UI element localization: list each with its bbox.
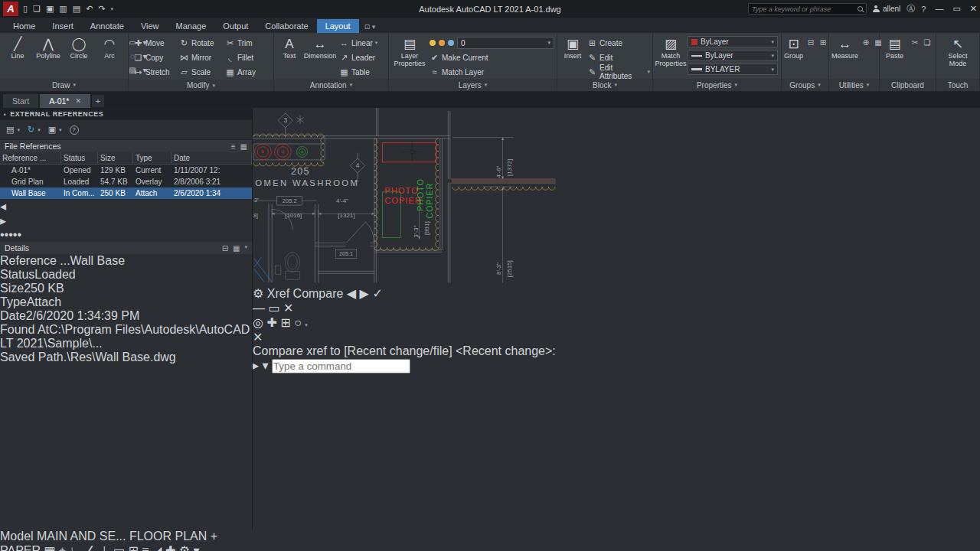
- tab-collaborate[interactable]: Collaborate: [256, 19, 316, 33]
- path-dropdown-icon[interactable]: ▾: [59, 127, 62, 133]
- palette-menu-icon[interactable]: ▪: [4, 111, 6, 118]
- polar-tracking-icon[interactable]: ∠: [85, 544, 96, 551]
- refresh-icon[interactable]: ↻: [28, 125, 34, 135]
- search-input[interactable]: [752, 5, 854, 13]
- panel-label-annotation[interactable]: Annotation▾: [274, 79, 388, 91]
- open-file-icon[interactable]: ❏: [33, 4, 41, 14]
- arc-button[interactable]: ◠Arc: [94, 34, 125, 79]
- line-button[interactable]: ╱Line: [2, 34, 33, 79]
- compare-settings-icon[interactable]: ⚙: [253, 287, 263, 300]
- full-nav-wheel-icon[interactable]: ◎: [253, 316, 263, 329]
- annotation-scale-icon[interactable]: ✚: [165, 544, 175, 551]
- move-button[interactable]: ✚Move: [131, 36, 177, 51]
- tab-view[interactable]: View: [132, 19, 168, 33]
- insert-button[interactable]: ▣Insert: [560, 34, 586, 79]
- search-box[interactable]: [748, 3, 867, 15]
- panel-label-touch[interactable]: Touch: [936, 79, 979, 91]
- layer-properties-button[interactable]: ▤Layer Properties: [391, 34, 428, 79]
- search-icon[interactable]: [858, 6, 863, 11]
- select-mode-button[interactable]: ↖Select Mode: [942, 34, 973, 79]
- layer-on-icon[interactable]: [430, 40, 436, 46]
- viewport-close-icon[interactable]: ✕: [283, 302, 293, 315]
- file-tab-drawing[interactable]: A-01*✕: [40, 94, 90, 108]
- array-button[interactable]: ▦Array: [223, 65, 269, 80]
- edit-attributes-button[interactable]: ✎Edit Attributes▾: [587, 65, 650, 79]
- workspace-settings-icon[interactable]: ⚙: [179, 544, 190, 551]
- finish-compare-icon[interactable]: ✓: [372, 287, 382, 300]
- tab-layout[interactable]: Layout: [317, 19, 359, 33]
- lineweight-display-icon[interactable]: ▭: [113, 544, 125, 551]
- fillet-button[interactable]: ◟Fillet: [223, 51, 269, 65]
- drawing-viewport[interactable]: 3 4 205 OMEN WASHROOM 205.2 205.1 4'-4" …: [253, 108, 556, 530]
- maximize-icon[interactable]: ▭: [952, 4, 960, 14]
- object-snap-icon[interactable]: ⊥: [99, 544, 109, 551]
- preview-icon[interactable]: ▦: [233, 244, 240, 253]
- command-input-row[interactable]: ▸ ▾: [253, 358, 556, 373]
- help-icon[interactable]: ?: [921, 5, 926, 14]
- paper-space-toggle[interactable]: PAPER: [0, 544, 41, 551]
- save-icon[interactable]: ▣: [46, 4, 54, 14]
- ungroup-icon[interactable]: ⊟: [805, 37, 817, 51]
- rotate-button[interactable]: ↻Rotate: [177, 36, 223, 51]
- leader-button[interactable]: ↗Leader: [339, 51, 377, 64]
- close-tab-icon[interactable]: ✕: [75, 97, 81, 105]
- change-path-icon[interactable]: ▣: [48, 125, 56, 135]
- dynamic-input-icon[interactable]: ◢: [152, 544, 162, 551]
- scroll-right-icon[interactable]: ▸: [0, 214, 6, 227]
- customize-status-icon[interactable]: ▾: [194, 544, 200, 551]
- transparency-icon[interactable]: ≡: [142, 544, 149, 551]
- tab-manage[interactable]: Manage: [168, 19, 215, 33]
- id-point-icon[interactable]: ⊕: [860, 37, 872, 51]
- tab-annotate[interactable]: Annotate: [82, 19, 132, 33]
- scale-button[interactable]: ▱Scale: [177, 65, 223, 80]
- make-current-button[interactable]: ✔Make Current: [430, 51, 554, 64]
- measure-button[interactable]: ↔Measure: [831, 34, 858, 79]
- layer-freeze-icon[interactable]: [439, 40, 445, 46]
- stretch-button[interactable]: ↦Stretch: [131, 65, 177, 80]
- navbar-dropdown-icon[interactable]: ▾: [305, 322, 308, 328]
- details-view-icon[interactable]: ⊟: [222, 244, 228, 253]
- create-block-button[interactable]: ⊞Create: [587, 36, 650, 50]
- previous-change-icon[interactable]: ◀: [347, 287, 356, 300]
- text-button[interactable]: AText: [276, 34, 302, 79]
- edit-block-button[interactable]: ✎Edit: [587, 51, 650, 64]
- ribbon-options-icon[interactable]: ⊡ ▾: [359, 21, 381, 33]
- refresh-dropdown-icon[interactable]: ▾: [38, 127, 41, 133]
- new-file-icon[interactable]: ▯: [23, 4, 28, 14]
- navigation-bar[interactable]: ◎ ✚ ⊞ ○ ▾: [253, 315, 556, 330]
- table-row[interactable]: A-01* Opened 129 KB Current 1/11/2007 12…: [0, 165, 252, 176]
- table-button[interactable]: ▦Table: [339, 65, 377, 79]
- command-close-icon[interactable]: ✕: [253, 330, 556, 344]
- tab-output[interactable]: Output: [214, 19, 256, 33]
- snap-icon[interactable]: ⌖: [59, 544, 66, 551]
- layout-tab-active[interactable]: MAIN AND SE... FLOOR PLAN: [37, 530, 207, 543]
- tab-home[interactable]: Home: [5, 19, 44, 33]
- autocad-logo-icon[interactable]: A: [3, 2, 18, 16]
- linear-button[interactable]: ↔Linear▾: [339, 36, 377, 50]
- viewport-restore-icon[interactable]: ▭: [268, 302, 279, 315]
- selection-cycling-icon[interactable]: ⊞: [128, 544, 138, 551]
- layer-dropdown[interactable]: 0▾: [457, 37, 554, 49]
- new-layout-icon[interactable]: +: [211, 530, 217, 543]
- panel-label-properties[interactable]: Properties▾: [653, 79, 781, 91]
- plot-icon[interactable]: ▤: [73, 4, 80, 14]
- next-change-icon[interactable]: ▶: [360, 287, 369, 300]
- zoom-extents-icon[interactable]: ⊞: [280, 316, 290, 329]
- panel-label-groups[interactable]: Groups▾: [782, 79, 828, 91]
- command-input[interactable]: [272, 359, 410, 373]
- polyline-button[interactable]: ⋀Polyline: [33, 34, 64, 79]
- table-header[interactable]: Reference ... Status Size Type Date: [0, 152, 252, 165]
- list-view-icon[interactable]: ≡: [231, 142, 236, 151]
- dimension-button[interactable]: ↔Dimension: [302, 34, 338, 79]
- grid-icon[interactable]: ▦: [44, 544, 56, 551]
- splitter-handle[interactable]: •••••: [0, 228, 252, 242]
- mirror-button[interactable]: ⋈Mirror: [177, 51, 223, 65]
- new-tab-icon[interactable]: +: [92, 95, 104, 107]
- panel-label-layers[interactable]: Layers▾: [389, 79, 557, 91]
- signin-user[interactable]: allenl: [873, 5, 900, 13]
- color-dropdown[interactable]: ByLayer▾: [688, 36, 778, 47]
- recent-commands-icon[interactable]: ▾: [262, 359, 268, 372]
- qat-dropdown-icon[interactable]: ▾: [111, 6, 114, 12]
- paste-button[interactable]: ▤Paste: [882, 34, 907, 79]
- attach-dropdown-icon[interactable]: ▾: [17, 127, 20, 133]
